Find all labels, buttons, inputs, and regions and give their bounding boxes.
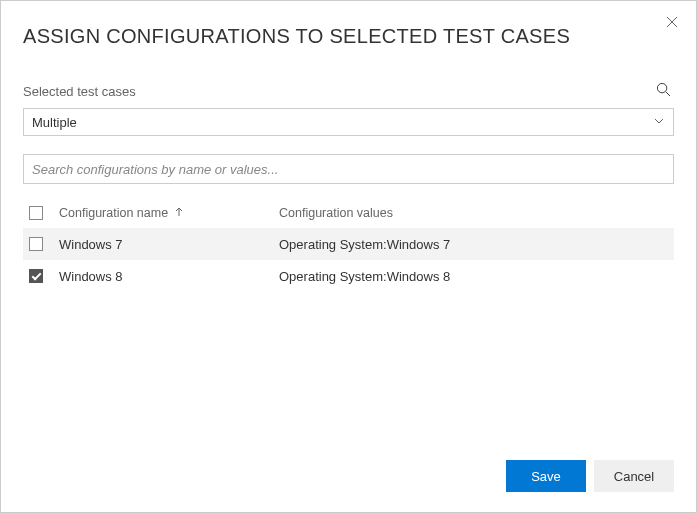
row-values: Operating System:Windows 7	[279, 237, 668, 252]
sort-ascending-icon	[174, 206, 184, 220]
select-all-checkbox[interactable]	[29, 206, 43, 220]
search-button[interactable]	[652, 80, 674, 102]
row-name: Windows 7	[59, 237, 279, 252]
close-icon	[666, 16, 678, 31]
search-icon	[656, 82, 671, 100]
cancel-button[interactable]: Cancel	[594, 460, 674, 492]
selected-test-cases-label: Selected test cases	[23, 84, 136, 99]
dialog-title: ASSIGN CONFIGURATIONS TO SELECTED TEST C…	[23, 25, 674, 48]
selected-test-cases-dropdown[interactable]: Multiple	[23, 108, 674, 136]
row-name: Windows 8	[59, 269, 279, 284]
svg-line-3	[665, 92, 669, 96]
table-row[interactable]: Windows 8 Operating System:Windows 8	[23, 260, 674, 292]
chevron-down-icon	[653, 115, 665, 130]
table-row[interactable]: Windows 7 Operating System:Windows 7	[23, 228, 674, 260]
col-header-values[interactable]: Configuration values	[279, 206, 668, 220]
close-button[interactable]	[662, 13, 682, 33]
table-header: Configuration name Configuration values	[23, 198, 674, 228]
col-header-name[interactable]: Configuration name	[59, 206, 279, 220]
dialog-footer: Save Cancel	[506, 460, 674, 492]
search-configurations-input[interactable]	[23, 154, 674, 184]
save-button[interactable]: Save	[506, 460, 586, 492]
row-checkbox[interactable]	[29, 237, 43, 251]
dropdown-value: Multiple	[32, 115, 77, 130]
row-checkbox[interactable]	[29, 269, 43, 283]
col-header-name-label: Configuration name	[59, 206, 168, 220]
col-header-values-label: Configuration values	[279, 206, 393, 220]
row-values: Operating System:Windows 8	[279, 269, 668, 284]
svg-point-2	[657, 83, 666, 92]
